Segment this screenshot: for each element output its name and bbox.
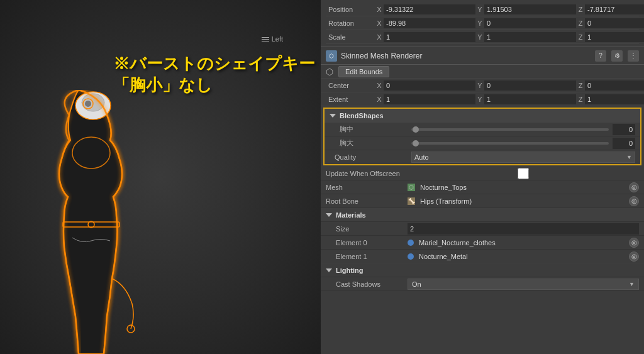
blend-item-1-name: 胸中: [330, 124, 411, 134]
extent-y-input[interactable]: [484, 94, 576, 104]
center-y-axis: Y: [477, 80, 576, 91]
viewport-label-container: Left: [262, 35, 283, 43]
quality-label: Quality: [330, 153, 411, 161]
element1-select-button[interactable]: ◎: [629, 252, 639, 262]
blend-item-2-slider-container: [411, 138, 635, 149]
blend-item-2: 胸大: [325, 136, 640, 150]
element0-label: Element 0: [326, 239, 408, 246]
extent-x-axis: X: [376, 94, 475, 104]
blend-item-1-value[interactable]: [613, 124, 635, 135]
size-input[interactable]: [408, 223, 639, 235]
mesh-select-button[interactable]: ◎: [629, 182, 639, 192]
extent-z-input[interactable]: [585, 94, 644, 104]
position-row: Position X Y Z: [326, 3, 639, 16]
lighting-toggle-icon: [326, 268, 332, 272]
overlay-line1: ※バーストのシェイプキー: [113, 53, 315, 75]
viewport-panel: Left ※バーストのシェイプキー 「胸小」なし: [0, 0, 321, 354]
scale-z-input[interactable]: [585, 32, 644, 42]
root-bone-row: Root Bone 🦴 Hips (Transform) ◎: [321, 194, 644, 208]
mesh-type-icon: ⬡: [408, 184, 415, 191]
rotation-label: Rotation: [326, 19, 376, 27]
edit-bounds-button[interactable]: Edit Bounds: [338, 66, 389, 77]
root-bone-value: Hips (Transform): [420, 197, 626, 205]
element1-value-container: Nocturne_Metal ◎: [408, 252, 639, 262]
element0-value-container: Mariel_Nocturne_clothes ◎: [408, 238, 639, 248]
blend-item-1-slider[interactable]: [411, 128, 609, 131]
update-when-offscreen-checkbox[interactable]: [408, 168, 639, 179]
cast-shadows-label: Cast Shadows: [326, 280, 408, 288]
blend-item-2-slider[interactable]: [411, 142, 609, 145]
rotation-x-label: X: [376, 19, 382, 27]
rotation-y-axis: Y: [477, 18, 576, 28]
lighting-header: Lighting: [326, 267, 363, 274]
scale-x-input[interactable]: [384, 32, 475, 42]
element1-label: Element 1: [326, 253, 408, 260]
center-y-label: Y: [477, 82, 483, 89]
extent-x-input[interactable]: [384, 94, 475, 104]
update-when-offscreen-label: Update When Offscreen: [326, 170, 408, 177]
position-x-input[interactable]: [384, 4, 475, 14]
extent-x-label: X: [376, 96, 382, 103]
mesh-value: Nocturne_Tops: [420, 184, 626, 191]
position-x-axis: X: [376, 4, 475, 14]
position-y-input[interactable]: [484, 4, 576, 14]
quality-dropdown[interactable]: Auto ▼: [411, 152, 635, 163]
materials-header-row: Materials: [321, 208, 644, 222]
position-x-label: X: [376, 6, 382, 13]
rotation-z-input[interactable]: [585, 18, 644, 28]
position-z-axis: Z: [577, 4, 644, 14]
element0-value: Mariel_Nocturne_clothes: [419, 239, 626, 246]
component-more-button[interactable]: ⋮: [628, 50, 639, 62]
center-z-input[interactable]: [585, 80, 644, 91]
cast-shadows-row: Cast Shadows On ▼: [321, 277, 644, 291]
extent-z-axis: Z: [577, 94, 644, 104]
viewport-background: Left ※バーストのシェイプキー 「胸小」なし: [0, 0, 321, 354]
materials-toggle-icon: [326, 213, 332, 217]
extent-row: Extent X Y Z: [321, 92, 644, 106]
scale-y-label: Y: [477, 33, 483, 41]
center-x-axis: X: [376, 80, 475, 91]
rotation-values: X Y Z: [376, 18, 644, 28]
component-settings-button[interactable]: ⚙: [611, 50, 623, 62]
component-help-button[interactable]: ?: [595, 50, 606, 62]
rotation-row: Rotation X Y Z: [326, 16, 639, 30]
scale-y-axis: Y: [477, 32, 576, 42]
update-when-offscreen-value: [408, 168, 639, 179]
rotation-z-label: Z: [577, 19, 584, 27]
center-values: X Y Z: [376, 80, 644, 91]
center-y-input[interactable]: [484, 80, 576, 91]
mesh-label: Mesh: [326, 184, 408, 191]
viewport-menu-icon[interactable]: [262, 37, 269, 41]
extent-values: X Y Z: [376, 94, 644, 104]
cast-shadows-value-container: On ▼: [408, 279, 639, 290]
root-bone-label: Root Bone: [326, 197, 408, 205]
center-row: Center X Y Z: [321, 79, 644, 92]
component-icons: ? ⚙ ⋮: [595, 50, 639, 62]
rotation-y-input[interactable]: [484, 18, 576, 28]
scale-x-label: X: [376, 33, 382, 41]
center-z-axis: Z: [577, 80, 644, 91]
blend-item-2-value[interactable]: [613, 138, 635, 149]
rotation-x-input[interactable]: [384, 18, 475, 28]
scale-row: Scale X Y Z: [326, 30, 639, 44]
cast-shadows-dropdown[interactable]: On ▼: [408, 279, 639, 290]
position-values: X Y Z: [376, 4, 644, 14]
blendshapes-header[interactable]: BlendShapes: [325, 109, 640, 123]
quality-value: Auto: [414, 153, 429, 161]
lighting-label: Lighting: [336, 267, 363, 274]
center-x-input[interactable]: [384, 80, 475, 91]
extent-y-label: Y: [477, 96, 483, 103]
component-title: Skinned Mesh Renderer: [341, 52, 591, 60]
materials-label: Materials: [336, 211, 366, 219]
size-label: Size: [326, 225, 408, 233]
element0-select-button[interactable]: ◎: [629, 238, 639, 248]
rotation-x-axis: X: [376, 18, 475, 28]
position-y-axis: Y: [477, 4, 576, 14]
bounds-row: ⬡ Edit Bounds: [321, 65, 644, 79]
scale-y-input[interactable]: [484, 32, 576, 42]
position-label: Position: [326, 6, 376, 13]
root-bone-select-button[interactable]: ◎: [629, 196, 639, 206]
component-header: ⬡ Skinned Mesh Renderer ? ⚙ ⋮: [321, 47, 644, 65]
extent-z-label: Z: [577, 96, 584, 103]
position-z-input[interactable]: [585, 4, 644, 14]
